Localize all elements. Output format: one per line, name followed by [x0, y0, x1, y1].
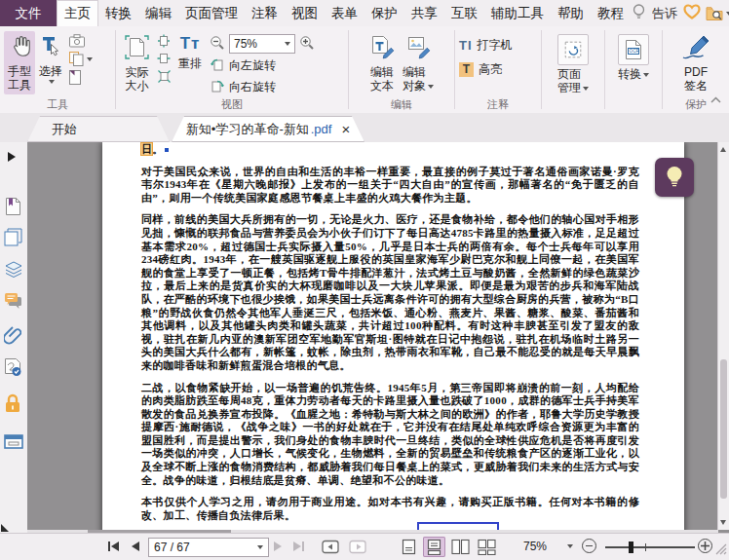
pages-panel-icon[interactable]	[4, 228, 23, 247]
scroll-down-icon[interactable]	[720, 520, 726, 525]
rotate-left-label: 向左旋转	[229, 57, 276, 74]
fit-page-icon[interactable]	[157, 34, 171, 48]
signatures-panel-icon[interactable]	[4, 357, 23, 377]
fields-panel-icon[interactable]	[4, 434, 23, 454]
actual-size-button[interactable]: 实际 大小	[120, 31, 154, 95]
group-convert: OCR 转换	[605, 26, 662, 113]
continuous-view-button[interactable]	[423, 537, 445, 557]
page-management-button[interactable]: 页面 管理	[554, 31, 593, 97]
lightbulb-icon[interactable]	[631, 3, 647, 24]
security-panel-icon[interactable]	[4, 393, 23, 413]
chevron-down-icon	[87, 57, 93, 61]
donate-heart-icon[interactable]	[683, 4, 701, 23]
bookmarks-panel-icon[interactable]	[4, 197, 23, 216]
ribbon-tab-protect[interactable]: 保护	[364, 0, 404, 26]
snapshot-camera-icon[interactable]	[69, 34, 85, 48]
typewriter-button[interactable]: TI 打字机	[459, 37, 513, 54]
document-view[interactable]: 日。 对于美国民众来说，世界的自由和生活的丰裕一样重要，最直接的例子莫过于著名通…	[27, 142, 729, 534]
collapse-ribbon-icon[interactable]	[710, 90, 721, 107]
page-number-box[interactable]: 67 / 67	[148, 538, 269, 557]
continuous-facing-view-button[interactable]	[476, 537, 498, 557]
panel-corner-handle[interactable]	[1, 524, 9, 532]
last-page-button[interactable]	[293, 541, 304, 551]
file-menu-button[interactable]: 文件	[0, 0, 57, 26]
paragraph: 同样，前线的美国大兵所拥有的一切，无论是火力、医疗，还是食物补给，都令他们的轴心…	[141, 213, 639, 372]
ribbon-tab-convert[interactable]: 转换	[98, 0, 138, 26]
pdf-page: 日。 对于美国民众来说，世界的自由和生活的丰裕一样重要，最直接的例子莫过于著名通…	[102, 142, 684, 534]
vertical-scrollbar[interactable]	[717, 142, 729, 530]
close-tab-icon[interactable]: ×	[341, 123, 350, 136]
single-page-view-button[interactable]	[398, 537, 420, 557]
fit-width-icon[interactable]	[157, 52, 171, 65]
ribbon-tab-view[interactable]: 视图	[285, 0, 325, 26]
search-folder-icon[interactable]	[706, 6, 729, 21]
ribbon-tab-edit[interactable]: 编辑	[138, 0, 178, 26]
scroll-up-icon[interactable]	[720, 147, 726, 152]
previous-view-button[interactable]	[322, 540, 340, 557]
resize-grip[interactable]	[715, 543, 727, 558]
layers-panel-icon[interactable]	[4, 260, 23, 280]
assistant-bulb-widget[interactable]	[655, 158, 694, 197]
chevron-down-icon	[583, 87, 589, 91]
menubar-right-controls: 告诉	[631, 0, 729, 26]
edit-object-button[interactable]: 编辑 对象	[399, 31, 438, 95]
edit-object-icon	[405, 34, 431, 63]
group-label-tools: 工具	[0, 97, 115, 112]
annotation-mark[interactable]	[165, 148, 169, 152]
tell-me-label[interactable]: 告诉	[652, 5, 678, 22]
facing-view-button[interactable]	[449, 537, 472, 557]
zoom-in-icon[interactable]	[299, 35, 315, 54]
next-view-button[interactable]	[349, 540, 367, 557]
rotate-right-button[interactable]: 向右旋转	[210, 78, 315, 96]
zoom-dropdown-icon[interactable]	[567, 544, 573, 548]
comments-panel-icon[interactable]	[4, 292, 23, 312]
zoom-out-icon[interactable]	[210, 35, 225, 54]
ribbon-tab-comment[interactable]: 注释	[245, 0, 285, 26]
actual-size-icon	[124, 34, 150, 63]
first-page-button[interactable]	[108, 541, 119, 551]
ribbon-tab-help[interactable]: 帮助	[551, 0, 591, 26]
vertical-scroll-thumb[interactable]	[720, 359, 727, 499]
highlight-button[interactable]: T 高亮	[459, 61, 513, 78]
svg-text:OCR: OCR	[630, 49, 640, 54]
navigation-panel-bar	[0, 142, 28, 534]
ribbon-tab-home[interactable]: 主页	[57, 0, 98, 26]
previous-page-button[interactable]	[132, 541, 139, 551]
next-page-button[interactable]	[274, 541, 282, 551]
clipboard-page-icon[interactable]	[69, 70, 81, 85]
zoom-level-combobox[interactable]: 75%	[229, 34, 295, 54]
start-tab-label: 开始	[52, 121, 77, 138]
ribbon-tab-tutorial[interactable]: 教程	[591, 0, 631, 26]
ribbon-tab-page-management[interactable]: 页面管理	[178, 0, 245, 26]
ribbon-tab-form[interactable]: 表单	[325, 0, 364, 26]
tab-document[interactable]: 新知•学习的革命-新知.pdf ×	[172, 116, 364, 142]
reflow-button[interactable]: Tт 重排	[174, 34, 206, 73]
tab-start-page[interactable]: 开始	[27, 116, 170, 142]
fit-visible-icon[interactable]	[157, 69, 172, 84]
paste-clipboard-icon[interactable]	[69, 52, 93, 66]
zoom-slider-track[interactable]	[605, 546, 695, 548]
document-tab-name: 新知•学习的革命-新知	[186, 121, 309, 138]
ribbon-tab-share[interactable]: 共享	[404, 0, 444, 26]
zoom-percent-label[interactable]: 75%	[523, 540, 547, 553]
ribbon-tab-connect[interactable]: 互联	[444, 0, 484, 26]
zoom-in-button[interactable]	[698, 539, 712, 553]
pdf-sign-button[interactable]: PDF 签名	[675, 31, 716, 95]
highlighted-text[interactable]: 日	[141, 143, 152, 155]
edit-text-button[interactable]: 编辑 文本	[365, 31, 399, 95]
select-tool-button[interactable]: 选择	[35, 31, 66, 87]
main-area: 日。 对于美国民众来说，世界的自由和生活的丰裕一样重要，最直接的例子莫过于著名通…	[0, 142, 729, 534]
group-label-comment: 注释	[455, 97, 541, 112]
zoom-out-button[interactable]	[582, 539, 596, 553]
attachments-panel-icon[interactable]	[4, 325, 23, 345]
document-tab-extension: .pdf	[311, 122, 332, 136]
document-tab-bar: 开始 新知•学习的革命-新知.pdf ×	[0, 113, 729, 143]
hand-tool-button[interactable]: 手型 工具	[4, 31, 35, 94]
signature-pen-icon	[679, 34, 712, 63]
expand-panel-icon[interactable]	[8, 152, 16, 162]
convert-button[interactable]: OCR 转换	[614, 31, 653, 84]
zoom-slider-thumb[interactable]	[629, 541, 633, 553]
rotate-left-button[interactable]: 向左旋转	[210, 56, 315, 75]
pdf-sign-label: PDF 签名	[684, 65, 708, 93]
ribbon-tab-accessibility[interactable]: 辅助工具	[484, 0, 551, 26]
